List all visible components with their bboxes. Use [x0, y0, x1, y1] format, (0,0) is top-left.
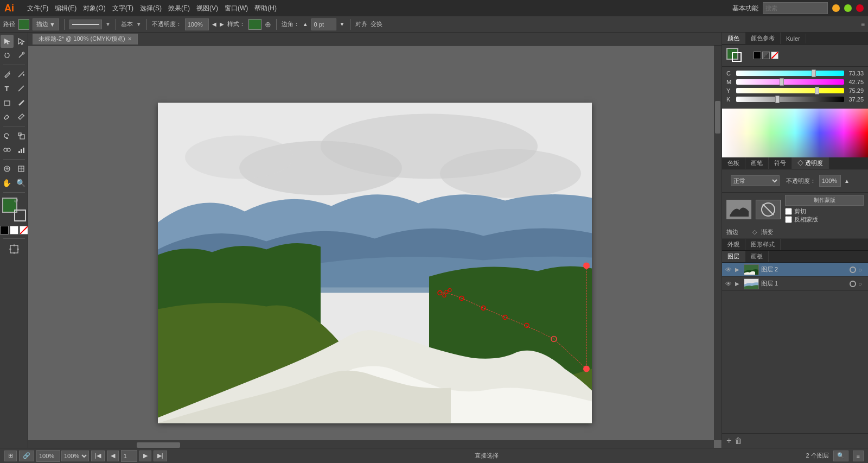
blend-tool[interactable] — [1, 143, 14, 156]
page-input[interactable]: 1 — [121, 450, 137, 462]
close-button[interactable] — [856, 4, 864, 12]
add-anchor-tool[interactable] — [15, 68, 28, 81]
tab-brushes[interactable]: 画笔 — [745, 157, 769, 169]
corner-down-icon[interactable]: ▼ — [340, 21, 345, 27]
invert-check[interactable]: 反相蒙版 — [785, 215, 818, 224]
tab-kuler[interactable]: Kuler — [781, 34, 806, 43]
make-mask-button[interactable]: 制作蒙版 — [785, 195, 864, 206]
rect-tool[interactable] — [1, 96, 14, 109]
pen-tool[interactable] — [1, 68, 14, 81]
next-page-button[interactable]: ▶| — [154, 451, 167, 461]
gradient-icon[interactable] — [762, 52, 770, 59]
status-icon-2[interactable]: 🔗 — [19, 451, 34, 461]
tab-swatches[interactable]: 色板 — [722, 157, 745, 169]
y-slider[interactable] — [736, 88, 844, 93]
menu-edit[interactable]: 编辑(E) — [55, 4, 76, 13]
menu-effect[interactable]: 效果(E) — [168, 4, 190, 13]
tab-artboard[interactable]: 画板 — [745, 251, 769, 262]
corner-up-icon[interactable]: ▲ — [303, 21, 308, 27]
lasso-tool[interactable] — [1, 49, 14, 62]
tab-style[interactable]: 外观 — [722, 239, 745, 250]
tab-close-icon[interactable]: ✕ — [127, 36, 132, 42]
y-thumb[interactable] — [815, 87, 819, 94]
mask-thumbnail-1[interactable] — [726, 200, 751, 219]
vertical-scrollbar[interactable] — [714, 46, 722, 440]
line-tool[interactable] — [15, 82, 28, 95]
none-swatch[interactable] — [20, 226, 28, 234]
opacity-input[interactable]: 100% — [185, 18, 209, 30]
status-icon-1[interactable]: ⊞ — [4, 451, 17, 461]
m-thumb[interactable] — [780, 78, 784, 86]
more-icon[interactable]: ≡ — [861, 21, 865, 28]
solid-color-icon[interactable] — [754, 52, 761, 59]
rotate-tool[interactable] — [1, 129, 14, 142]
menu-type[interactable]: 文字(T) — [112, 4, 133, 13]
menu-file[interactable]: 文件(F) — [27, 4, 48, 13]
direct-select-tool[interactable] — [15, 35, 28, 48]
layer-1-circle[interactable] — [850, 281, 856, 287]
menu-help[interactable]: 帮助(H) — [254, 4, 277, 13]
opacity-arrow-left[interactable]: ◀ — [212, 21, 216, 27]
layer-2-eye[interactable]: 👁 — [724, 265, 733, 274]
horizontal-scrollbar[interactable] — [28, 440, 714, 448]
swap-colors-icon[interactable]: ⇄ — [14, 198, 18, 203]
prev-page-button[interactable]: |◀ — [91, 451, 105, 461]
layer-2-circle[interactable] — [850, 267, 856, 273]
menu-view[interactable]: 视图(V) — [196, 4, 218, 13]
search-status-button[interactable]: 🔍 — [833, 451, 848, 461]
stroke-color-box[interactable] — [14, 210, 26, 221]
corner-input[interactable]: 0 pt — [311, 18, 336, 30]
none-icon[interactable] — [771, 52, 778, 59]
global-icon[interactable]: ⊕ — [265, 20, 271, 29]
stroke-appear-value[interactable]: 渐变 — [761, 228, 864, 236]
blend-mode-select[interactable]: 正常 — [731, 175, 780, 186]
mask-thumbnail-2[interactable] — [756, 200, 781, 219]
pencil-tool[interactable] — [15, 96, 28, 109]
minimize-button[interactable] — [832, 4, 840, 12]
opacity-panel-input[interactable]: 100% — [819, 175, 841, 187]
black-swatch[interactable] — [0, 226, 9, 234]
paintbucket-tool[interactable] — [1, 110, 14, 123]
tab-transparency[interactable]: ◇ 透明度 — [792, 157, 829, 169]
clip-check[interactable]: 剪切 — [785, 207, 806, 215]
hand-tool[interactable]: ✋ — [1, 176, 14, 189]
layer-row-2[interactable]: 👁 ▶ 图层 2 ○ — [722, 263, 868, 277]
m-slider[interactable] — [736, 79, 844, 85]
fill-swatch[interactable] — [18, 19, 29, 30]
vertical-scroll-thumb[interactable] — [715, 101, 720, 134]
chevron-down-icon-2[interactable]: ▼ — [105, 21, 111, 27]
menu-window[interactable]: 窗口(W) — [225, 4, 248, 13]
k-thumb[interactable] — [775, 96, 780, 103]
scale-tool[interactable] — [15, 129, 28, 142]
invert-checkbox[interactable] — [785, 216, 792, 223]
chevron-down-icon-3[interactable]: ▼ — [136, 21, 142, 27]
canvas-viewport[interactable] — [28, 46, 722, 448]
prev-button[interactable]: ◀ — [107, 451, 119, 461]
rectangle-grid-tool[interactable] — [15, 162, 28, 175]
artboard-tool[interactable] — [8, 243, 21, 256]
eyedropper-tool[interactable] — [15, 110, 28, 123]
select-tool[interactable] — [1, 35, 14, 48]
arrange-button[interactable]: ≡ — [853, 451, 864, 461]
layer-2-arrow[interactable]: ▶ — [735, 267, 742, 273]
stroke-gradient-icon[interactable]: ◇ — [752, 229, 757, 236]
maximize-button[interactable] — [844, 4, 852, 12]
opacity-arrow-right[interactable]: ▶ — [220, 21, 224, 27]
zoom-input[interactable]: 100% — [36, 450, 60, 462]
layer-row-1[interactable]: 👁 ▶ 图层 1 ○ — [722, 277, 868, 291]
horizontal-scroll-thumb[interactable] — [137, 442, 180, 448]
next-button[interactable]: ▶ — [139, 451, 151, 461]
magic-wand-tool[interactable] — [15, 49, 28, 62]
menu-object[interactable]: 对象(O) — [83, 4, 105, 13]
tab-layers[interactable]: 图层 — [722, 251, 745, 262]
symbol-tool[interactable] — [1, 162, 14, 175]
menu-select[interactable]: 选择(S) — [140, 4, 162, 13]
zoom-select[interactable]: 100% 50% 200% — [61, 451, 89, 461]
layer-1-eye[interactable]: 👁 — [724, 280, 733, 288]
style-swatch[interactable] — [248, 19, 261, 30]
add-layer-button[interactable]: + — [726, 436, 731, 446]
white-swatch[interactable] — [10, 226, 18, 234]
tab-graphic-styles[interactable]: 图形样式 — [745, 239, 781, 250]
clip-checkbox[interactable] — [785, 208, 792, 215]
layer-2-lock[interactable]: ○ — [858, 267, 866, 273]
